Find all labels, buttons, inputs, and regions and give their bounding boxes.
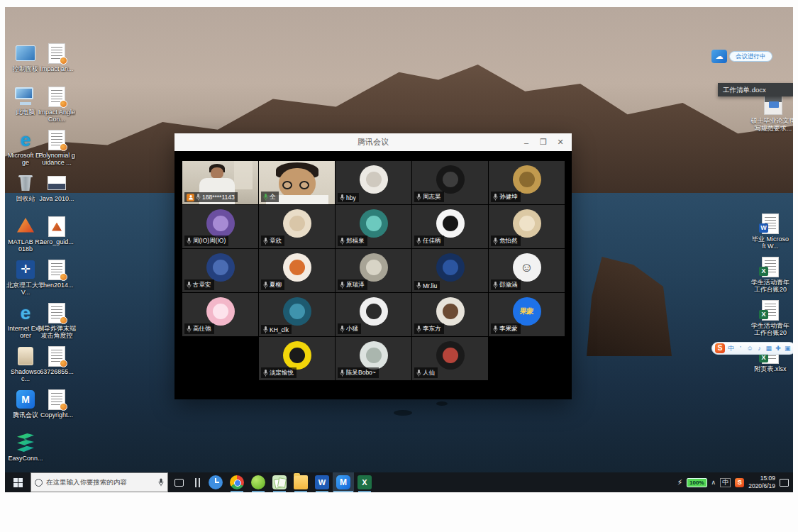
desktop-icon-label: 63726855... — [38, 368, 76, 375]
taskbar-app-cards-app[interactable] — [269, 472, 290, 492]
participant-tile[interactable]: 章欣 — [259, 205, 335, 248]
participant-tile[interactable]: 周志昊 — [412, 161, 488, 204]
desktop-icon[interactable]: EasyConn... — [6, 432, 45, 475]
avatar — [283, 253, 311, 282]
participant-tile[interactable]: Mr.liu — [412, 249, 488, 292]
participant-tile[interactable]: 古章安 — [182, 249, 258, 292]
file-explorer-icon — [294, 475, 308, 489]
participant-tile[interactable]: KH_clk — [259, 293, 335, 336]
participant-name: 章欣 — [270, 237, 282, 245]
desktop-icon[interactable]: Impact Angle Con... — [38, 86, 76, 129]
ghost-file[interactable]: 硕士毕业论文撰 写规范要求... — [748, 94, 793, 133]
desktop-icon[interactable]: chen2014... — [38, 259, 76, 302]
desktop-icon[interactable]: X 学生活动青年工作台账202... — [751, 256, 789, 299]
participant-name: 邵潋涵 — [499, 281, 518, 289]
taskbar-app-alarms-clock[interactable] — [205, 472, 226, 492]
sogou-tool-icon[interactable]: ’ — [736, 345, 745, 352]
participant-tile[interactable]: 陈呆Bobo~ — [336, 337, 411, 380]
desktop-icons-right-col: W 毕业 Microsoft W...X 学生活动青年工作台账202...X 学… — [751, 213, 789, 386]
tray-date: 2020/6/19 — [748, 482, 775, 490]
power-plug-icon[interactable]: ⚡ — [677, 478, 682, 487]
participant-tile[interactable]: 夏柳 — [259, 249, 335, 292]
participant-tile[interactable]: 危怡然 — [489, 205, 565, 248]
participant-tile[interactable]: 孙健坤 — [489, 161, 565, 204]
sogou-tray-icon[interactable]: S — [735, 478, 744, 487]
desktop-icon-label: 附页表.xlsx — [751, 365, 789, 372]
desktop-icon[interactable]: W 毕业 Microsoft W... — [751, 213, 789, 256]
taskbar-app-excel[interactable]: X — [354, 472, 375, 492]
meeting-status-pill[interactable]: 会议进行中 — [729, 51, 772, 62]
participant-tile[interactable]: 李东方 — [412, 293, 488, 336]
sogou-logo-icon[interactable]: S — [715, 343, 725, 353]
participant-namebar: 邵潋涵 — [491, 279, 521, 290]
desktop-icon[interactable]: aero_guid... — [38, 216, 76, 259]
sogou-tool-icon[interactable]: ☺ — [746, 345, 755, 352]
sogou-tool-icon[interactable]: ♪ — [755, 345, 764, 352]
ghost-file-label-line1: 硕士毕业论文撰 — [748, 117, 793, 125]
minimize-button[interactable]: – — [518, 133, 535, 151]
participant-namebar: Mr.liu — [414, 281, 440, 290]
participant-tile[interactable]: ☺邵潋涵 — [489, 249, 565, 292]
participant-tile[interactable]: 188****1143 — [182, 161, 258, 204]
search-input[interactable]: 在这里输入你要搜索的内容 — [31, 472, 168, 492]
participant-namebar: 人仙 — [414, 367, 438, 378]
avatar — [436, 253, 465, 282]
taskbar-app-chrome[interactable] — [226, 472, 248, 492]
taskbar-app-file-explorer[interactable] — [290, 472, 311, 492]
participant-tile[interactable]: 小猛 — [336, 293, 411, 336]
participant-tile[interactable]: 高仕弛 — [182, 293, 258, 336]
task-view-button[interactable] — [168, 472, 189, 492]
window-title: 腾讯会议 — [174, 137, 572, 148]
participant-tile[interactable]: hby — [336, 161, 411, 204]
close-button[interactable]: ✕ — [552, 133, 569, 151]
mic-icon — [263, 238, 268, 245]
excel-icon: X — [358, 475, 372, 489]
desktop-icon[interactable]: Impact an... — [38, 43, 76, 86]
taskbar-clock[interactable]: 15:09 2020/6/19 — [748, 475, 775, 489]
participant-name: 李东方 — [423, 325, 441, 333]
participant-tile[interactable]: 淡定愉悦 — [259, 337, 335, 380]
microphone-icon[interactable] — [158, 478, 164, 487]
desktop-icon[interactable]: X 学生活动青年工作台账202... — [751, 299, 789, 343]
sogou-tool-icon[interactable]: 中 — [726, 344, 736, 353]
desktop-icon[interactable]: Copyright... — [38, 389, 76, 432]
participant-tile[interactable]: 周(IO)周(IO) — [182, 205, 258, 248]
participant-tile[interactable]: 原瑞泽 — [336, 249, 411, 292]
ime-indicator[interactable]: 中 — [720, 478, 731, 487]
maximize-button[interactable]: ❒ — [535, 133, 552, 151]
desktop-icon[interactable]: 制导炸弹末端攻击角度控制... — [38, 302, 76, 345]
excel-icon: X — [760, 256, 781, 277]
start-button[interactable] — [5, 472, 31, 492]
taskbar-app-word[interactable]: W — [311, 472, 333, 492]
wdoc-icon — [46, 43, 67, 64]
participant-tile[interactable]: 任佳柄 — [412, 205, 488, 248]
participant-namebar: 高仕弛 — [184, 323, 214, 334]
sogou-tool-icon[interactable]: ▣ — [783, 345, 792, 352]
sogou-tool-icon[interactable]: ▦ — [764, 345, 773, 352]
meeting-titlebar[interactable]: 腾讯会议 – ❒ ✕ — [174, 133, 572, 151]
participant-tile[interactable]: 郑福泉 — [336, 205, 411, 248]
file-tooltip: 工作清单.docx — [718, 83, 793, 96]
action-center-icon[interactable] — [780, 479, 789, 487]
desktop-icon[interactable]: Polynomial guidance ... — [38, 129, 76, 172]
alarms-clock-icon — [209, 475, 223, 489]
participant-tile[interactable]: 人仙 — [412, 337, 488, 380]
participant-tile[interactable]: 仝 — [259, 161, 335, 204]
desktop-icon[interactable]: 63726855... — [38, 345, 76, 389]
participant-namebar: hby — [338, 193, 359, 202]
taskbar-app-tencent-meeting[interactable]: M — [333, 472, 354, 492]
avatar — [360, 165, 388, 194]
word-icon: W — [760, 213, 781, 234]
hidden-icons-chevron[interactable]: ∧ — [711, 479, 716, 486]
sogou-tool-icon[interactable]: ✚ — [773, 345, 782, 352]
participant-name: 夏柳 — [270, 281, 282, 289]
avatar — [283, 209, 311, 238]
battery-percentage[interactable]: 100% — [687, 478, 706, 487]
sogou-input-toolbar[interactable]: S 中’☺♪▦✚▣ — [711, 342, 793, 355]
avatar — [283, 297, 311, 326]
mic-icon — [263, 194, 268, 201]
meeting-float-widget[interactable]: ☁ 会议进行中 — [711, 50, 772, 63]
desktop-icon[interactable]: Java 2010... — [38, 172, 76, 216]
taskbar-app-green-app[interactable] — [248, 472, 269, 492]
participant-tile[interactable]: 果蒙李果蒙 — [489, 293, 565, 336]
